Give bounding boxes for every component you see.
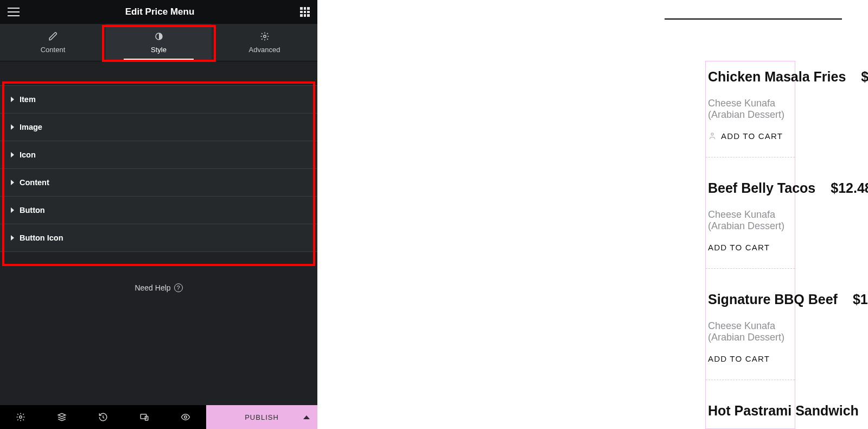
- menu-item-price: $12.48: [831, 180, 868, 196]
- help-circle-icon: ?: [174, 283, 183, 292]
- editor-title: Edit Price Menu: [125, 7, 195, 17]
- svg-point-1: [263, 35, 266, 38]
- section-label: Icon: [20, 150, 36, 159]
- caret-right-icon: [11, 235, 14, 241]
- svg-point-2: [20, 416, 22, 419]
- need-help-link[interactable]: Need Help ?: [0, 283, 317, 292]
- tab-content[interactable]: Content: [0, 24, 106, 61]
- section-icon[interactable]: Icon: [0, 141, 317, 169]
- tab-advanced[interactable]: Advanced: [212, 24, 317, 61]
- bottom-bar-tools: [0, 405, 206, 429]
- section-label: Button Icon: [20, 234, 63, 242]
- editor-tabs: Content Style Advanced: [0, 24, 317, 61]
- need-help-label: Need Help: [135, 283, 170, 292]
- menu-item-price: $12.48: [853, 292, 868, 307]
- section-content[interactable]: Content: [0, 169, 317, 197]
- apps-grid-icon[interactable]: [300, 7, 310, 17]
- history-icon[interactable]: [93, 412, 113, 422]
- svg-point-6: [711, 133, 713, 135]
- menu-item: Hot Pastrami Sandwich $12.48: [706, 395, 795, 422]
- section-image[interactable]: Image: [0, 113, 317, 141]
- preview-panel: Chicken Masala Fries $12.48 Cheese Kunaf…: [317, 0, 868, 429]
- section-label: Button: [20, 206, 45, 214]
- caret-right-icon: [11, 180, 14, 185]
- menu-item-name: Chicken Masala Fries: [708, 69, 846, 85]
- menu-item-name: Hot Pastrami Sandwich: [708, 403, 859, 419]
- menu-item-price: $12.48: [861, 69, 868, 85]
- cta-label: ADD TO CART: [721, 131, 783, 141]
- style-sections: Item Image Icon Content Button Button Ic…: [0, 85, 317, 252]
- editor-header: Edit Price Menu: [0, 0, 317, 24]
- publish-button[interactable]: PUBLISH: [206, 405, 317, 429]
- section-item[interactable]: Item: [0, 85, 317, 113]
- section-label: Image: [20, 123, 42, 131]
- chevron-up-icon: [303, 415, 310, 419]
- section-button-icon[interactable]: Button Icon: [0, 224, 317, 252]
- responsive-icon[interactable]: [134, 412, 155, 422]
- publish-label: PUBLISH: [245, 413, 279, 421]
- add-to-cart-button[interactable]: ADD TO CART: [708, 354, 789, 363]
- editor-panel: Edit Price Menu Content Style Advanced I…: [0, 0, 317, 429]
- caret-right-icon: [11, 152, 14, 157]
- tab-label: Advanced: [249, 46, 280, 54]
- divider: [665, 18, 842, 20]
- section-label: Content: [20, 178, 49, 187]
- pencil-icon: [0, 31, 106, 41]
- half-circle-icon: [106, 31, 212, 41]
- price-menu-widget[interactable]: Chicken Masala Fries $12.48 Cheese Kunaf…: [705, 61, 795, 429]
- preview-icon[interactable]: [175, 412, 196, 422]
- editor-bottom-bar: PUBLISH: [0, 405, 317, 429]
- menu-item-desc: Cheese Kunafa (Arabian Dessert): [708, 320, 789, 343]
- menu-item-name: Signature BBQ Beef: [708, 292, 838, 307]
- menu-item: Chicken Masala Fries $12.48 Cheese Kunaf…: [706, 61, 795, 157]
- caret-right-icon: [11, 207, 14, 213]
- menu-item-name: Beef Belly Tacos: [708, 180, 815, 196]
- menu-item-desc: Cheese Kunafa (Arabian Dessert): [708, 209, 789, 232]
- section-button[interactable]: Button: [0, 197, 317, 224]
- svg-point-5: [184, 416, 187, 419]
- section-label: Item: [20, 95, 36, 104]
- cta-label: ADD TO CART: [708, 354, 770, 363]
- add-to-cart-button[interactable]: ADD TO CART: [708, 243, 789, 252]
- menu-item: Beef Belly Tacos $12.48 Cheese Kunafa (A…: [706, 173, 795, 269]
- tab-label: Content: [41, 46, 66, 54]
- gear-icon: [212, 31, 317, 41]
- cta-label: ADD TO CART: [708, 243, 770, 252]
- menu-item-desc: Cheese Kunafa (Arabian Dessert): [708, 98, 789, 121]
- tab-style[interactable]: Style: [106, 24, 212, 61]
- cart-icon: [708, 132, 717, 141]
- settings-icon[interactable]: [10, 412, 31, 422]
- menu-item: Signature BBQ Beef $12.48 Cheese Kunafa …: [706, 284, 795, 380]
- tab-label: Style: [151, 46, 167, 54]
- navigator-icon[interactable]: [52, 412, 72, 422]
- add-to-cart-button[interactable]: ADD TO CART: [708, 131, 789, 141]
- caret-right-icon: [11, 97, 14, 102]
- hamburger-icon[interactable]: [8, 8, 20, 16]
- caret-right-icon: [11, 124, 14, 130]
